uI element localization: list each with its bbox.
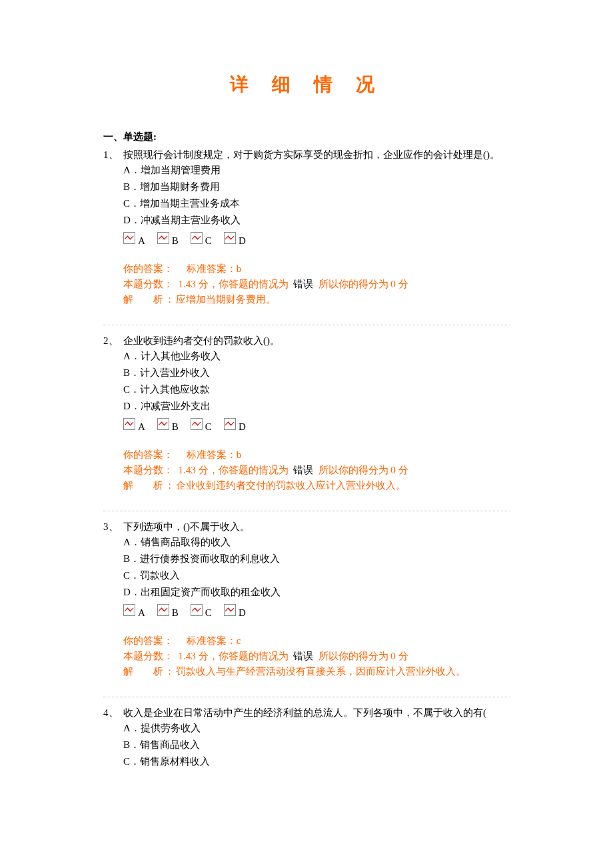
- score-prefix-label: 本题分数：: [123, 279, 173, 289]
- points-value: 1.43: [179, 465, 196, 475]
- question-3: 3、 下列选项中，()不属于收入。 A．销售商品取得的收入 B．进行债券投资而收…: [103, 521, 510, 697]
- your-answer-label: 你的答案：: [123, 635, 173, 646]
- option-d: D．出租固定资产而收取的租金收入: [123, 586, 510, 599]
- std-answer-label: 标准答案：: [187, 635, 237, 646]
- broken-image-icon: [191, 232, 203, 244]
- choice-d[interactable]: D: [224, 232, 246, 244]
- option-b: B．增加当期财务费用: [123, 181, 510, 193]
- broken-image-icon: [157, 418, 169, 430]
- choice-b[interactable]: B: [157, 604, 179, 616]
- feedback-block: 你的答案： 标准答案：b 本题分数： 1.43 分，你答题的情况为 错误 所以你…: [123, 263, 510, 306]
- broken-image-icon: [191, 418, 203, 430]
- choice-c[interactable]: C: [191, 418, 212, 430]
- choice-row: A B C D: [123, 604, 510, 616]
- your-answer-label: 你的答案：: [123, 449, 173, 460]
- std-answer-value: b: [237, 263, 242, 274]
- question-1: 1、 按照现行会计制度规定，对于购货方实际享受的现金折扣，企业应作的会计处理是(…: [103, 149, 510, 325]
- earned-value: 0: [390, 651, 396, 661]
- broken-image-icon: [157, 604, 169, 616]
- question-number: 1、: [103, 149, 123, 161]
- analysis-label-part1: 解: [123, 294, 135, 305]
- points-value: 1.43: [179, 279, 196, 289]
- choice-c[interactable]: C: [191, 232, 212, 244]
- question-number: 4、: [103, 707, 123, 719]
- analysis-text: 企业收到违约者交付的罚款收入应计入营业外收入。: [176, 480, 406, 491]
- choice-d[interactable]: D: [224, 418, 246, 430]
- score-prefix-label: 本题分数：: [123, 465, 173, 475]
- option-c: C．计入其他应收款: [123, 383, 510, 396]
- earned-value: 0: [390, 465, 396, 475]
- option-a: A．增加当期管理费用: [123, 164, 510, 177]
- broken-image-icon: [224, 418, 236, 430]
- choice-a[interactable]: A: [123, 604, 145, 616]
- broken-image-icon: [123, 232, 135, 244]
- option-c: C．增加当期主营业务成本: [123, 197, 510, 210]
- analysis-text: 应增加当期财务费用。: [176, 294, 276, 305]
- choice-a[interactable]: A: [123, 418, 145, 430]
- std-answer-label: 标准答案：: [187, 263, 237, 274]
- broken-image-icon: [123, 604, 135, 616]
- question-2: 2、 企业收到违约者交付的罚款收入()。 A．计入其他业务收入 B．计入营业外收…: [103, 335, 510, 511]
- option-c: C．罚款收入: [123, 569, 510, 582]
- question-stem: 收入是企业在日常活动中产生的经济利益的总流人。下列各项中，不属于收入的有(: [123, 707, 510, 719]
- question-stem: 企业收到违约者交付的罚款收入()。: [123, 335, 510, 347]
- points-value: 1.43: [179, 651, 196, 661]
- std-answer-value: b: [237, 449, 242, 460]
- choice-row: A B C D: [123, 232, 510, 244]
- std-answer-label: 标准答案：: [187, 449, 237, 460]
- result-value: 错误: [293, 651, 313, 661]
- score-prefix-label: 本题分数：: [123, 651, 173, 661]
- choice-b[interactable]: B: [157, 418, 179, 430]
- option-b: B．计入营业外收入: [123, 367, 510, 379]
- option-a: A．销售商品取得的收入: [123, 536, 510, 549]
- option-a: A．提供劳务收入: [123, 722, 510, 735]
- option-a: A．计入其他业务收入: [123, 350, 510, 363]
- broken-image-icon: [191, 604, 203, 616]
- section-heading: 一、单选题:: [103, 131, 510, 143]
- broken-image-icon: [157, 232, 169, 244]
- std-answer-value: c: [237, 635, 241, 646]
- choice-c[interactable]: C: [191, 604, 212, 616]
- result-value: 错误: [293, 465, 313, 475]
- choice-d[interactable]: D: [224, 604, 246, 616]
- option-d: D．冲减营业外支出: [123, 400, 510, 413]
- broken-image-icon: [224, 232, 236, 244]
- analysis-text: 罚款收入与生产经营活动没有直接关系，因而应计入营业外收入。: [176, 666, 466, 677]
- choice-a[interactable]: A: [123, 232, 145, 244]
- question-stem: 下列选项中，()不属于收入。: [123, 521, 510, 533]
- page: 详 细 情 况 一、单选题: 1、 按照现行会计制度规定，对于购货方实际享受的现…: [0, 0, 613, 868]
- choice-row: A B C D: [123, 418, 510, 430]
- your-answer-label: 你的答案：: [123, 263, 173, 274]
- option-d: D．冲减当期主营业务收入: [123, 214, 510, 227]
- question-stem: 按照现行会计制度规定，对于购货方实际享受的现金折扣，企业应作的会计处理是()。: [123, 149, 510, 161]
- feedback-block: 你的答案： 标准答案：c 本题分数： 1.43 分，你答题的情况为 错误 所以你…: [123, 635, 510, 678]
- feedback-block: 你的答案： 标准答案：b 本题分数： 1.43 分，你答题的情况为 错误 所以你…: [123, 449, 510, 492]
- option-b: B．进行债券投资而收取的利息收入: [123, 553, 510, 565]
- broken-image-icon: [123, 418, 135, 430]
- choice-b[interactable]: B: [157, 232, 179, 244]
- analysis-label-part2: 析：: [153, 294, 176, 305]
- page-title: 详 细 情 况: [103, 72, 510, 97]
- option-b: B．销售商品收入: [123, 739, 510, 751]
- question-number: 3、: [103, 521, 123, 533]
- broken-image-icon: [224, 604, 236, 616]
- question-number: 2、: [103, 335, 123, 347]
- option-c: C．销售原材料收入: [123, 755, 510, 768]
- earned-value: 0: [390, 279, 396, 289]
- result-value: 错误: [293, 279, 313, 289]
- question-4: 4、 收入是企业在日常活动中产生的经济利益的总流人。下列各项中，不属于收入的有(…: [103, 707, 510, 772]
